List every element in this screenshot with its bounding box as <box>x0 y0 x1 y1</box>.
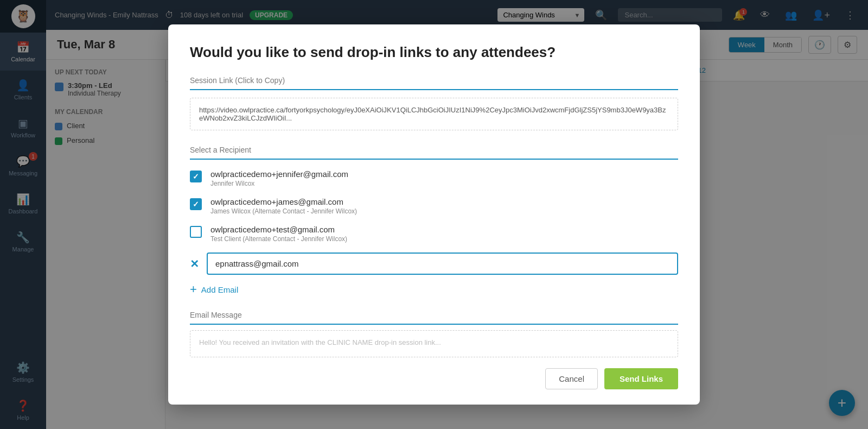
add-email-plus-icon: + <box>190 283 197 295</box>
recipient-divider <box>190 159 678 160</box>
recipient-info-1: owlpracticedemo+james@gmail.com James Wi… <box>210 197 678 215</box>
add-email-button[interactable]: + Add Email <box>190 283 238 295</box>
email-message-label: Email Message <box>190 311 678 319</box>
recipient-info-2: owlpracticedemo+test@gmail.com Test Clie… <box>210 225 678 243</box>
recipient-email-0: owlpracticedemo+jennifer@gmail.com <box>210 169 678 179</box>
recipient-name-1: James Wilcox (Alternate Contact - Jennif… <box>210 207 678 215</box>
recipient-email-2: owlpracticedemo+test@gmail.com <box>210 225 678 234</box>
recipient-name-2: Test Client (Alternate Contact - Jennife… <box>210 235 678 243</box>
recipient-row-1: owlpracticedemo+james@gmail.com James Wi… <box>190 197 678 215</box>
session-link-divider <box>190 89 678 90</box>
modal-overlay: Would you like to send drop-in links to … <box>0 0 868 429</box>
remove-email-button[interactable]: ✕ <box>190 258 199 269</box>
recipient-checkbox-1[interactable] <box>190 198 202 210</box>
recipient-row-0: owlpracticedemo+jennifer@gmail.com Jenni… <box>190 169 678 187</box>
recipient-row-2: owlpracticedemo+test@gmail.com Test Clie… <box>190 225 678 243</box>
session-link-box[interactable]: https://video.owlpractice.ca/fortyorkpsy… <box>190 98 678 130</box>
custom-email-input[interactable] <box>207 253 678 275</box>
send-links-button[interactable]: Send Links <box>604 368 678 389</box>
email-message-divider <box>190 324 678 325</box>
email-message-section: Email Message Hello! You received an inv… <box>190 311 678 357</box>
recipient-name-0: Jennifer Wilcox <box>210 180 678 187</box>
email-message-preview: Hello! You received an invitation with t… <box>190 330 678 357</box>
custom-email-row: ✕ <box>190 253 678 275</box>
recipient-checkbox-0[interactable] <box>190 171 202 182</box>
recipient-checkbox-2[interactable] <box>190 226 202 238</box>
recipient-email-1: owlpracticedemo+james@gmail.com <box>210 197 678 206</box>
select-recipient-label: Select a Recipient <box>190 146 678 154</box>
session-link-label: Session Link (Click to Copy) <box>190 76 678 85</box>
recipient-info-0: owlpracticedemo+jennifer@gmail.com Jenni… <box>210 169 678 187</box>
modal-footer: Cancel Send Links <box>190 368 678 389</box>
cancel-button[interactable]: Cancel <box>545 368 598 389</box>
modal-title: Would you like to send drop-in links to … <box>190 44 678 61</box>
add-email-label: Add Email <box>201 285 238 294</box>
send-links-modal: Would you like to send drop-in links to … <box>168 24 700 405</box>
